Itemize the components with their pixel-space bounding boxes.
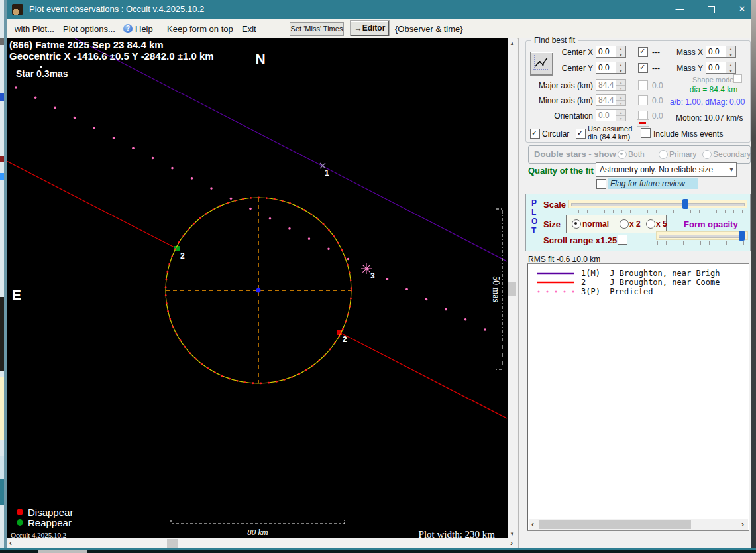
center-x-label: Center X — [545, 48, 593, 57]
circular-checkbox[interactable] — [530, 129, 540, 139]
slider-track — [659, 235, 745, 238]
scroll-left-icon[interactable]: ‹ — [9, 538, 12, 548]
scale-slider-thumb[interactable] — [682, 199, 688, 209]
use-assumed-checkbox[interactable] — [576, 129, 586, 139]
observation-row[interactable]: 1(M) J Broughton, near Brigh — [528, 269, 749, 277]
scroll-right-icon[interactable]: › — [510, 538, 513, 548]
circular-label: Circular — [542, 129, 569, 139]
form-opacity-slider[interactable] — [656, 231, 748, 240]
vertical-scroll-thumb[interactable] — [508, 282, 516, 296]
plot-width-label: Plot width: 230 km — [419, 529, 496, 538]
quality-value: Astrometry only. No reliable size — [600, 165, 713, 174]
scroll-down-icon[interactable]: ▾ — [508, 530, 517, 537]
minimize-button[interactable]: — — [665, 0, 695, 19]
center-y-checkbox[interactable] — [638, 63, 648, 73]
menu-plot-options[interactable]: Plot options... — [63, 24, 115, 34]
spinner-icon: ▲▼ — [616, 110, 625, 121]
size-normal-label: normal — [582, 219, 609, 229]
double-stars-group: Double stars - show Both Primary Seconda… — [528, 145, 751, 164]
spinner-icon[interactable]: ▲▼ — [726, 46, 735, 57]
major-axis-checkbox — [638, 80, 648, 90]
size-x2-radio[interactable] — [620, 219, 629, 229]
mass-x-label: Mass X — [676, 48, 703, 57]
svg-text:2: 2 — [343, 335, 347, 344]
plot-horizontal-scrollbar[interactable]: ‹ › — [7, 538, 517, 548]
list-horizontal-scrollbar[interactable]: ‹ › — [529, 519, 748, 530]
close-button[interactable]: ✕ — [727, 0, 756, 19]
plot-controls-panel: P L O T Scale Size normal x 2 x 5 Form o… — [525, 194, 751, 251]
size-x5-radio[interactable] — [646, 219, 655, 229]
svg-text:Disappear: Disappear — [28, 507, 73, 518]
plot-header-object: (866) Fatme 2025 Sep 23 84.4 km — [9, 39, 164, 50]
mass-y-field[interactable]: 0.0▲▼ — [706, 62, 736, 74]
menu-exit[interactable]: Exit — [242, 24, 256, 34]
minor-axis-checkbox — [638, 95, 648, 105]
window-right-edge — [751, 0, 756, 548]
scroll-right-icon[interactable]: › — [741, 519, 744, 530]
chord-line-swatch — [535, 279, 581, 286]
slider-track — [571, 203, 745, 206]
center-y-label: Center Y — [545, 64, 593, 73]
orientation-value: 0.0 — [652, 111, 663, 121]
plot-letter: P — [531, 198, 537, 208]
center-x-dash: --- — [652, 48, 660, 57]
plot-letter: T — [531, 226, 536, 235]
observation-row[interactable]: 3(P) Predicted — [528, 287, 749, 296]
svg-text:2: 2 — [180, 251, 185, 261]
titlebar: Plot event observations : Occult v.4.202… — [7, 0, 751, 19]
motion-label: Motion: 10.07 km/s — [676, 113, 743, 123]
include-miss-checkbox[interactable] — [641, 128, 651, 138]
star-size-label: Star 0.3mas — [16, 68, 68, 79]
menu-with-plot[interactable]: with Plot... — [15, 24, 54, 34]
spinner-icon[interactable]: ▲▼ — [616, 46, 625, 57]
observation-row[interactable]: 2 J Broughton, near Coome — [528, 278, 749, 286]
scale-label: Scale — [543, 200, 566, 210]
svg-text:3: 3 — [370, 271, 375, 280]
chord-line-swatch — [535, 270, 581, 276]
scale-slider[interactable] — [568, 200, 747, 208]
include-miss-label: Include Miss events — [653, 129, 723, 139]
plot-letter: L — [531, 208, 536, 217]
shape-model-checkbox[interactable] — [733, 74, 742, 83]
scroll-left-icon[interactable]: ‹ — [531, 519, 534, 530]
mass-x-field[interactable]: 0.0▲▼ — [706, 46, 736, 58]
plot-legend: DisappearReappear — [17, 507, 73, 528]
size-normal-radio[interactable] — [572, 219, 581, 229]
observations-listbox[interactable]: 1(M) J Broughton, near Brigh2 J Broughto… — [527, 263, 749, 531]
spinner-icon[interactable]: ▲▼ — [726, 62, 735, 73]
flag-review-checkbox[interactable] — [596, 179, 606, 189]
use-assumed-label-2: dia (84.4 km) — [588, 133, 630, 141]
observer-time-label: {Observer & time} — [395, 24, 463, 34]
quality-select[interactable]: Astrometry only. No reliable size — [596, 162, 737, 177]
maximize-button[interactable] — [696, 0, 726, 19]
double-stars-primary-label: Primary — [669, 150, 696, 159]
spinner-icon[interactable]: ▲▼ — [616, 62, 625, 73]
observation-text: 3(P) Predicted — [581, 287, 653, 296]
horizontal-scroll-thumb[interactable] — [167, 539, 178, 548]
major-axis-field: 84.4▲▼ — [596, 79, 626, 91]
center-y-field[interactable]: 0.0▲▼ — [596, 62, 626, 74]
plot-area[interactable]: 1223 (866) Fatme 2025 Sep 23 84.4 km Geo… — [7, 38, 508, 538]
menu-help[interactable]: Help — [135, 24, 153, 34]
menu-keep-on-top[interactable]: Keep form on top — [167, 24, 233, 34]
center-x-checkbox[interactable] — [638, 47, 648, 57]
scroll-up-icon[interactable]: ▴ — [508, 40, 517, 46]
center-x-field[interactable]: 0.0▲▼ — [596, 46, 626, 58]
major-axis-value: 0.0 — [652, 81, 663, 90]
svg-text:Reappear: Reappear — [28, 517, 72, 528]
double-stars-both-radio — [618, 150, 627, 159]
major-axis-label: Major axis (km) — [535, 81, 593, 90]
menubar: with Plot... Plot options... Help Keep f… — [7, 19, 751, 39]
list-scroll-thumb[interactable] — [539, 520, 691, 529]
scalebar-label: 80 km — [247, 527, 268, 537]
form-opacity-slider-thumb[interactable] — [739, 231, 745, 241]
control-panel: Find best fit Center X 0.0▲▼ --- Mass X … — [518, 38, 751, 548]
set-miss-times-button[interactable]: Set 'Miss' Times — [290, 22, 344, 36]
shape-model-label: Shape model — [692, 76, 735, 84]
editor-button[interactable]: →Editor — [351, 21, 389, 36]
plot-vertical-scrollbar[interactable]: ▴ ▾ — [508, 38, 517, 538]
version-label: Occult 4.2025.10.2 — [11, 531, 66, 538]
scroll-range-checkbox[interactable] — [618, 235, 627, 245]
north-label: N — [255, 51, 265, 66]
use-assumed-label-1: Use assumed — [588, 125, 632, 133]
